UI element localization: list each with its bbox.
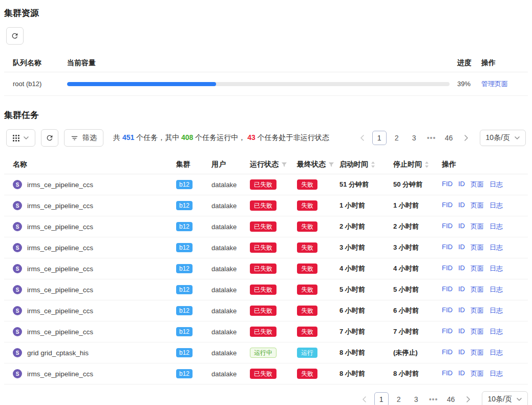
page-link[interactable]: 页面 [471,348,484,357]
table-row: S irms_ce_pipeline_ccs b12 datalake 已失败 … [4,363,528,384]
progress-fill [67,82,216,86]
id-link[interactable]: ID [458,201,465,210]
page-link[interactable]: 页面 [471,327,484,336]
log-link[interactable]: 日志 [490,327,503,336]
cluster-badge: b12 [176,306,193,315]
fid-link[interactable]: FID [442,201,453,210]
final-status-badge: 失败 [297,221,317,232]
page-button-46[interactable]: 46 [444,392,458,405]
prev-page-button[interactable] [355,131,369,145]
id-link[interactable]: ID [458,327,465,336]
fid-link[interactable]: FID [442,306,453,315]
fid-link[interactable]: FID [442,222,453,231]
final-status-badge: 失败 [297,369,317,379]
next-page-button[interactable] [459,131,474,145]
run-status-badge: 已失败 [250,221,276,232]
page-ellipsis[interactable]: ••• [427,392,441,405]
id-link[interactable]: ID [458,222,465,231]
tasks-table-header: 名称 集群 用户 运行状态 最终状态 启动时间 停止时间 操作 [4,155,528,174]
run-status-header: 运行状态 [250,160,279,169]
fid-link[interactable]: FID [442,285,453,294]
id-link[interactable]: ID [458,243,465,252]
page-size-select[interactable]: 10条/页 [480,130,526,146]
page-button-1[interactable]: 1 [374,392,389,405]
fid-link[interactable]: FID [442,243,453,252]
task-name: irms_ce_pipeline_ccs [27,307,93,315]
fid-link[interactable]: FID [442,180,453,189]
stop-time-sort-icon[interactable] [424,161,429,168]
log-link[interactable]: 日志 [490,201,503,210]
log-link[interactable]: 日志 [490,285,503,294]
cluster-badge: b12 [176,285,193,294]
task-name: irms_ce_pipeline_ccs [27,202,93,210]
id-link[interactable]: ID [458,264,465,273]
fid-link[interactable]: FID [442,369,453,378]
log-link[interactable]: 日志 [490,348,503,357]
id-link[interactable]: ID [458,180,465,189]
id-link[interactable]: ID [458,306,465,315]
page: 集群资源 队列名称 当前容量 进度 操作 root (b12) 39% 管理页面… [0,0,532,405]
prev-page-button[interactable] [357,392,371,405]
capacity-progress-bar [67,82,450,86]
task-name: irms_ce_pipeline_ccs [27,181,93,189]
page-link[interactable]: 页面 [471,222,484,231]
id-link[interactable]: ID [458,369,465,378]
next-page-button[interactable] [461,392,476,405]
log-link[interactable]: 日志 [490,243,503,252]
stop-time: 6 小时前 [393,306,442,315]
log-link[interactable]: 日志 [490,264,503,273]
run-status-badge: 已失败 [250,306,276,316]
page-button-46[interactable]: 46 [442,131,456,145]
spark-avatar: S [13,264,22,273]
filter-button[interactable]: 筛选 [64,129,103,147]
cluster-badge: b12 [176,264,193,273]
log-link[interactable]: 日志 [490,222,503,231]
tasks-refresh-button[interactable] [41,129,58,147]
page-button-3[interactable]: 3 [407,131,421,145]
log-link[interactable]: 日志 [490,180,503,189]
fid-link[interactable]: FID [442,327,453,336]
fid-link[interactable]: FID [442,348,453,357]
user-name: datalake [211,181,250,189]
layout-button[interactable] [6,129,35,147]
table-row: S irms_ce_pipeline_ccs b12 datalake 已失败 … [4,216,528,237]
page-button-2[interactable]: 2 [392,392,406,405]
start-time-sort-icon[interactable] [371,161,375,168]
final-status-filter-icon[interactable] [328,161,334,168]
run-status-filter-icon[interactable] [281,161,287,168]
chevron-left-icon [362,396,366,402]
user-name: datalake [211,328,250,336]
table-row: S irms_ce_pipeline_ccs b12 datalake 已失败 … [4,279,528,300]
page-button-2[interactable]: 2 [390,131,404,145]
page-button-3[interactable]: 3 [409,392,423,405]
page-ellipsis[interactable]: ••• [424,131,439,145]
table-row: S irms_ce_pipeline_ccs b12 datalake 已失败 … [4,174,528,195]
stop-time: 1 小时前 [393,201,442,210]
id-link[interactable]: ID [458,348,465,357]
spark-avatar: S [13,327,22,336]
run-status-badge: 已失败 [250,242,276,253]
page-link[interactable]: 页面 [471,180,484,189]
page-link[interactable]: 页面 [471,306,484,315]
manage-page-link[interactable]: 管理页面 [481,80,508,88]
refresh-icon [11,32,19,40]
run-status-badge: 已失败 [250,200,276,211]
page-link[interactable]: 页面 [471,243,484,252]
cluster-badge: b12 [176,327,193,336]
id-link[interactable]: ID [458,285,465,294]
resources-refresh-button[interactable] [6,27,24,45]
page-link[interactable]: 页面 [471,201,484,210]
stop-time: (未停止) [393,348,442,357]
spark-avatar: S [13,369,22,378]
cluster-badge: b12 [176,222,193,231]
log-link[interactable]: 日志 [490,306,503,315]
fid-link[interactable]: FID [442,264,453,273]
page-link[interactable]: 页面 [471,369,484,378]
page-link[interactable]: 页面 [471,264,484,273]
page-link[interactable]: 页面 [471,285,484,294]
log-link[interactable]: 日志 [490,369,503,378]
page-size-select[interactable]: 10条/页 [482,391,528,405]
cluster-badge: b12 [176,201,193,210]
run-status-badge: 已失败 [250,327,276,337]
page-button-1[interactable]: 1 [372,131,387,145]
